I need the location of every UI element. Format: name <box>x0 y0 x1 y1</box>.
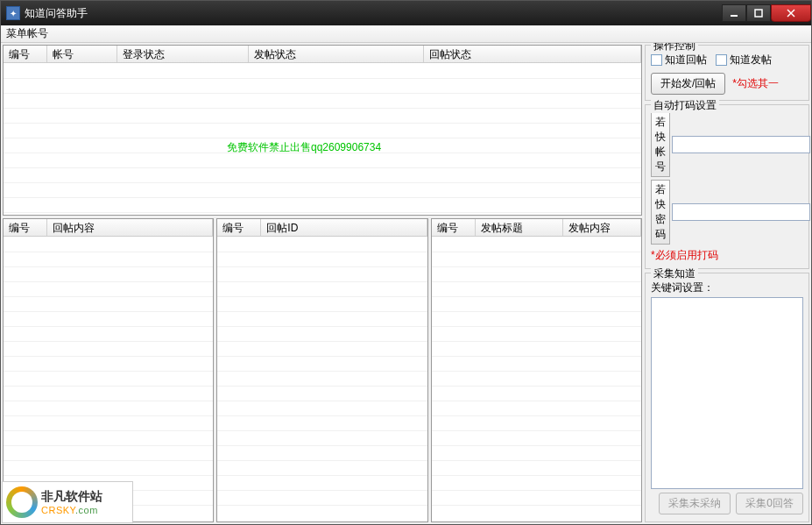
column-header[interactable]: 登录状态 <box>117 46 249 62</box>
collect-zero-button[interactable]: 采集0回答 <box>736 493 803 514</box>
titlebar: ✦ 知道问答助手 <box>1 1 811 25</box>
dama-acct-input[interactable] <box>672 136 810 153</box>
column-header[interactable]: 编号 <box>4 46 47 62</box>
ops-title: 操作控制 <box>651 43 698 53</box>
logo-cn: 非凡软件站 <box>41 489 102 505</box>
svg-rect-1 <box>755 10 762 17</box>
chk-post[interactable]: 知道发帖 <box>716 53 772 67</box>
logo-overlay: 非凡软件站 CRSKY.com <box>2 481 133 523</box>
collect-group: 采集知道 关键词设置： 采集未采纳 采集0回答 <box>645 273 809 522</box>
column-header[interactable]: 帐号 <box>47 46 117 62</box>
window-title: 知道问答助手 <box>25 6 722 21</box>
column-header[interactable]: 回帖ID <box>261 219 427 236</box>
dama-pwd-input[interactable] <box>672 203 810 221</box>
menubar: 菜单帐号 <box>1 25 811 43</box>
keyword-label: 关键词设置： <box>651 280 803 295</box>
accounts-grid[interactable]: 编号帐号登录状态发帖状态回帖状态 免费软件禁止出售qq2609906734 <box>3 45 642 216</box>
keyword-textarea[interactable] <box>651 297 803 489</box>
dama-group: 自动打码设置 若快帐号 若快密码 *必须启用打码 <box>645 104 809 269</box>
menu-account[interactable]: 菜单帐号 <box>6 26 48 41</box>
column-header[interactable]: 回帖状态 <box>424 46 641 62</box>
reply-content-grid[interactable]: 编号回帖内容 <box>3 218 214 522</box>
app-icon: ✦ <box>6 6 20 20</box>
start-button[interactable]: 开始发/回帖 <box>651 73 725 95</box>
dama-acct-label: 若快帐号 <box>651 112 670 177</box>
column-header[interactable]: 发帖状态 <box>249 46 424 62</box>
dama-pwd-label: 若快密码 <box>651 180 670 245</box>
column-header[interactable]: 编号 <box>432 219 476 236</box>
ops-note: *勾选其一 <box>732 76 779 91</box>
column-header[interactable]: 发帖内容 <box>563 219 641 236</box>
maximize-button[interactable] <box>746 4 771 22</box>
minimize-button[interactable] <box>722 4 746 22</box>
reply-id-grid[interactable]: 编号回帖ID <box>216 218 427 522</box>
column-header[interactable]: 回帖内容 <box>47 219 213 236</box>
ops-group: 操作控制 知道回帖 知道发帖 开始发/回帖 *勾选其一 <box>645 45 809 101</box>
column-header[interactable]: 编号 <box>217 219 261 236</box>
logo-en: CRSKY.com <box>41 505 102 515</box>
collect-unadopted-button[interactable]: 采集未采纳 <box>659 493 731 514</box>
column-header[interactable]: 编号 <box>4 219 47 236</box>
logo-icon <box>6 486 38 518</box>
close-button[interactable] <box>771 4 811 22</box>
collect-title: 采集知道 <box>651 266 698 281</box>
post-grid[interactable]: 编号发帖标题发帖内容 <box>431 218 642 522</box>
watermark-text: 免费软件禁止出售qq2609906734 <box>227 140 381 155</box>
column-header[interactable]: 发帖标题 <box>476 219 563 236</box>
chk-reply[interactable]: 知道回帖 <box>651 53 707 67</box>
dama-note: *必须启用打码 <box>651 248 803 263</box>
dama-title: 自动打码设置 <box>651 98 719 113</box>
